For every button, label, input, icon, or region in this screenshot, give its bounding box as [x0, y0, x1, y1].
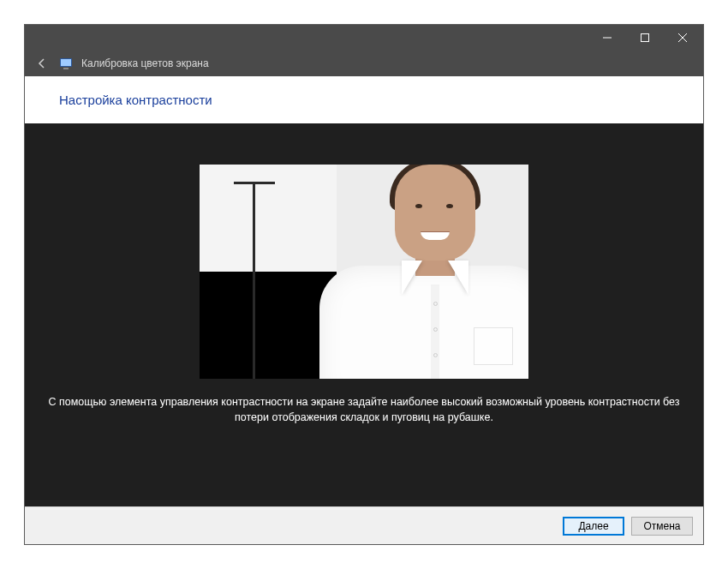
window-title: Калибровка цветов экрана	[81, 57, 209, 69]
window-subheader: Калибровка цветов экрана	[25, 51, 703, 76]
maximize-button[interactable]	[626, 26, 664, 50]
contrast-sample-image	[200, 165, 528, 379]
window-titlebar	[25, 25, 703, 51]
heading-band: Настройка контрастности	[25, 76, 703, 123]
page-heading: Настройка контрастности	[59, 93, 212, 107]
content-area: С помощью элемента управления контрастно…	[25, 123, 703, 506]
close-button[interactable]	[664, 26, 701, 50]
next-button[interactable]: Далее	[563, 517, 624, 536]
app-icon	[59, 57, 73, 70]
cancel-button[interactable]: Отмена	[631, 517, 693, 536]
footer-bar: Далее Отмена	[25, 506, 703, 544]
svg-rect-6	[63, 68, 69, 69]
svg-rect-5	[61, 59, 71, 66]
back-button[interactable]	[33, 55, 51, 72]
minimize-button[interactable]	[588, 26, 626, 50]
svg-rect-1	[641, 34, 649, 42]
instruction-text: С помощью элемента управления контрастно…	[39, 394, 689, 425]
calibration-window: Калибровка цветов экрана Настройка контр…	[24, 24, 704, 545]
